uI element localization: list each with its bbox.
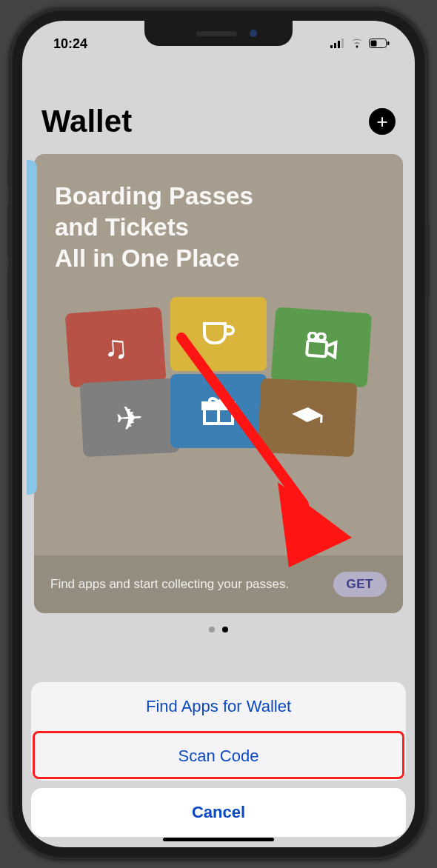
svg-rect-0 xyxy=(330,45,333,48)
svg-rect-5 xyxy=(371,40,377,46)
wifi-icon xyxy=(350,36,364,52)
svg-rect-2 xyxy=(338,41,340,48)
svg-rect-3 xyxy=(341,39,344,48)
screen: 10:24 Wallet + xyxy=(22,21,415,847)
battery-icon xyxy=(369,36,390,52)
volume-up-button xyxy=(7,205,11,257)
cellular-icon xyxy=(330,36,345,52)
scan-code-button[interactable]: Scan Code xyxy=(31,731,406,781)
home-indicator[interactable] xyxy=(163,838,274,841)
find-apps-button[interactable]: Find Apps for Wallet xyxy=(31,682,406,731)
action-sheet: Find Apps for Wallet Scan Code Cancel xyxy=(31,682,406,837)
notch xyxy=(144,21,293,46)
power-button xyxy=(426,224,430,298)
phone-frame: 10:24 Wallet + xyxy=(10,9,427,859)
action-sheet-overlay: Find Apps for Wallet Scan Code Cancel xyxy=(22,21,415,847)
mute-switch xyxy=(7,157,11,187)
cancel-button[interactable]: Cancel xyxy=(31,788,406,837)
svg-rect-6 xyxy=(387,41,390,45)
action-sheet-group: Find Apps for Wallet Scan Code xyxy=(31,682,406,781)
svg-rect-1 xyxy=(334,43,336,48)
volume-down-button xyxy=(7,268,11,320)
previous-card-edge xyxy=(27,160,37,495)
